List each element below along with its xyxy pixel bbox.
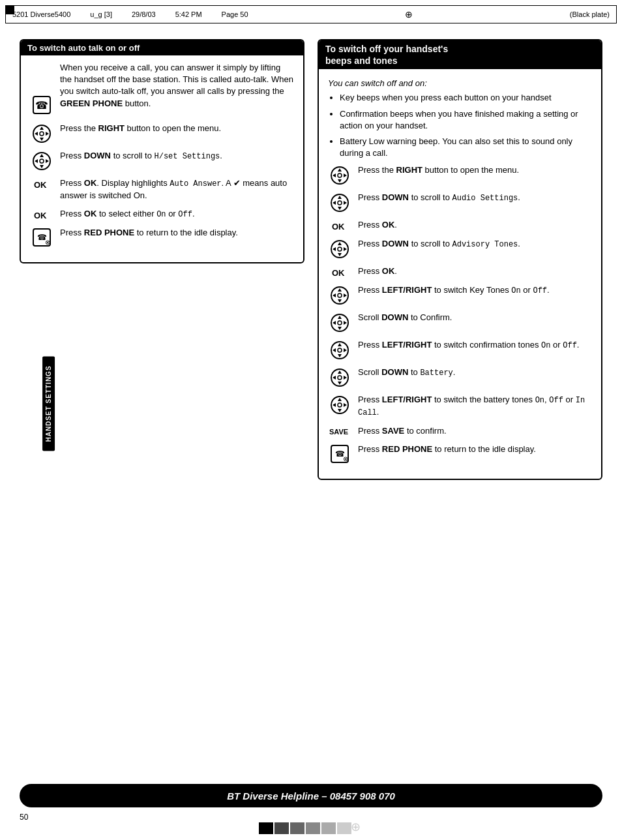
svg-marker-22: [344, 201, 347, 205]
right-nav-icon-cell-2: [328, 192, 351, 213]
left-step-4: OK Press OK to select either On or Off.: [30, 208, 294, 220]
left-section-box: To switch auto talk on or off ☎ When you…: [20, 39, 304, 263]
right-column: To switch off your handset'sbeeps and to…: [318, 39, 602, 768]
header-bar: 5201 Diverse5400 u_g [3] 29/8/03 5:42 PM…: [5, 5, 617, 23]
svg-point-5: [40, 132, 44, 136]
left-description: When you receive a call, you can answer …: [60, 62, 294, 110]
ok-icon-1: OK: [34, 179, 50, 190]
right-step-6-text: Press LEFT/RIGHT to switch Key Tones On …: [358, 284, 592, 297]
svg-marker-27: [333, 247, 336, 251]
red-phone-icon-cell-left: ☎: [30, 227, 53, 247]
left-step-5-text: Press RED PHONE to return to the idle di…: [60, 227, 294, 239]
svg-point-23: [338, 201, 342, 205]
svg-marker-39: [333, 321, 336, 325]
header-plate: (Black plate): [570, 10, 610, 18]
right-step-2: Press DOWN to scroll to Audio Settings.: [328, 192, 592, 213]
right-nav-icon-2: [330, 193, 349, 213]
reg-strip: ⊕: [259, 822, 363, 835]
svg-marker-15: [333, 173, 336, 177]
right-step-5-text: Press OK.: [358, 265, 592, 277]
header-date: 29/8/03: [132, 10, 156, 18]
nav-icon-2: [32, 151, 52, 171]
svg-point-53: [338, 376, 342, 380]
svg-marker-1: [40, 127, 44, 130]
right-nav-icon-6: [330, 340, 349, 360]
footer-bar: BT Diverse Helpline – 08457 908 070: [20, 784, 602, 807]
right-ok-icon-cell-2: OK: [328, 265, 351, 278]
right-nav-icon-1: [330, 166, 349, 185]
right-step-12: ☎ Press RED PHONE to return to the idle …: [328, 443, 592, 463]
right-nav-icon-cell-7: [328, 367, 351, 387]
right-ok-icon-1: OK: [332, 220, 348, 232]
svg-marker-57: [333, 403, 336, 407]
ok-icon-2: OK: [34, 209, 50, 220]
svg-marker-37: [338, 316, 342, 319]
right-ok-icon-2: OK: [332, 267, 348, 278]
right-nav-icon-4: [330, 286, 349, 305]
svg-rect-65: [337, 822, 351, 834]
svg-rect-63: [306, 822, 320, 834]
svg-marker-51: [333, 376, 336, 380]
svg-marker-34: [344, 293, 347, 297]
svg-rect-60: [259, 822, 273, 834]
right-step-1-text: Press the RIGHT button to open the menu.: [358, 164, 592, 176]
right-step-9-text: Scroll DOWN to Battery.: [358, 367, 592, 379]
svg-marker-50: [338, 382, 342, 385]
right-step-4: Press DOWN to scroll to Advisory Tones.: [328, 238, 592, 259]
svg-marker-20: [338, 207, 342, 210]
bullet-3: Battery Low warning beep. You can also s…: [340, 136, 592, 159]
red-phone-icon-cell-right: ☎: [328, 443, 351, 463]
nav-icon-cell-2: [30, 150, 53, 171]
left-step-1: Press the RIGHT button to open the menu.: [30, 123, 294, 143]
red-phone-icon-right: ☎: [331, 445, 349, 463]
svg-marker-44: [338, 354, 342, 357]
svg-marker-21: [333, 201, 336, 205]
right-step-7-text: Scroll DOWN to Confirm.: [358, 312, 592, 323]
svg-marker-43: [338, 343, 342, 346]
svg-rect-62: [290, 822, 304, 834]
right-step-7: Scroll DOWN to Confirm.: [328, 312, 592, 333]
svg-marker-14: [338, 179, 342, 183]
svg-marker-16: [344, 173, 347, 177]
left-section-title: To switch auto talk on or off: [21, 40, 303, 55]
you-can-text: You can switch off and on:: [328, 78, 592, 88]
right-section-content: You can switch off and on: Key beeps whe…: [328, 76, 592, 463]
svg-marker-3: [35, 132, 38, 136]
right-step-4-text: Press DOWN to scroll to Advisory Tones.: [358, 238, 592, 250]
svg-point-17: [338, 173, 342, 177]
right-step-10-text: Press LEFT/RIGHT to switch the battery t…: [358, 394, 592, 419]
svg-point-41: [338, 321, 342, 325]
svg-rect-61: [274, 822, 289, 834]
left-step-3: OK Press OK. Display highlights Auto Ans…: [30, 177, 294, 202]
footer-text: BT Diverse Helpline – 08457 908 070: [227, 790, 395, 802]
header-left: 5201 Diverse5400 u_g [3] 29/8/03 5:42 PM…: [12, 10, 248, 18]
svg-marker-8: [40, 165, 44, 168]
right-step-11-text: Press SAVE to confirm.: [358, 425, 592, 437]
svg-marker-13: [338, 168, 342, 172]
header-center: ⊕: [405, 9, 413, 20]
right-step-1: Press the RIGHT button to open the menu.: [328, 164, 592, 185]
svg-marker-19: [338, 196, 342, 199]
right-step-3: OK Press OK.: [328, 219, 592, 232]
right-nav-icon-cell-4: [328, 284, 351, 305]
header-time: 5:42 PM: [175, 10, 202, 18]
red-phone-icon-left: ☎: [33, 228, 51, 247]
right-step-8-text: Press LEFT/RIGHT to switch confirmation …: [358, 339, 592, 352]
header-model: 5201 Diverse5400: [12, 10, 70, 18]
save-icon-cell: SAVE: [328, 425, 351, 436]
right-step-2-text: Press DOWN to scroll to Audio Settings.: [358, 192, 592, 204]
main-content: HANDSET SETTINGS To switch auto talk on …: [20, 39, 602, 768]
right-step-10: Press LEFT/RIGHT to switch the battery t…: [328, 394, 592, 419]
right-nav-icon-cell-5: [328, 312, 351, 333]
right-step-5: OK Press OK.: [328, 265, 592, 278]
header-doc: u_g [3]: [90, 10, 112, 18]
right-step-6: Press LEFT/RIGHT to switch Key Tones On …: [328, 284, 592, 305]
svg-marker-33: [333, 293, 336, 297]
right-step-9: Scroll DOWN to Battery.: [328, 367, 592, 387]
svg-marker-45: [333, 348, 336, 352]
svg-marker-4: [46, 132, 49, 136]
crosshair-top: ⊕: [405, 9, 413, 20]
svg-marker-31: [338, 288, 342, 292]
right-step-12-text: Press RED PHONE to return to the idle di…: [358, 443, 592, 455]
header-page: Page 50: [222, 10, 248, 18]
